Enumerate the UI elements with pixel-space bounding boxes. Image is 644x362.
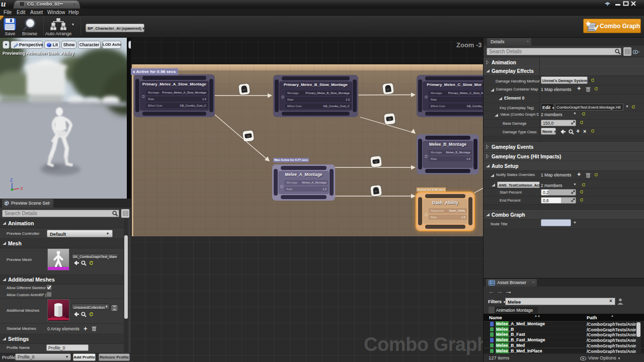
svg-text:Z: Z xyxy=(10,177,13,183)
svg-text:RT: RT xyxy=(375,190,378,193)
svg-text:RB: RB xyxy=(374,160,377,163)
svg-text:RT: RT xyxy=(243,88,246,92)
svg-text:RT: RT xyxy=(387,88,390,91)
svg-text:RB: RB xyxy=(388,118,391,121)
svg-text:X: X xyxy=(20,186,23,191)
svg-text:RB: RB xyxy=(247,135,250,138)
